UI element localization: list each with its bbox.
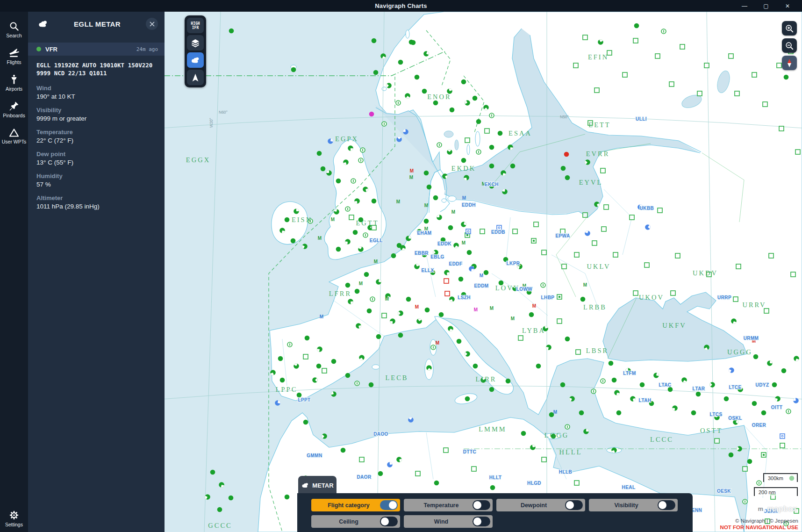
station-marker[interactable] [510, 164, 516, 169]
station-marker[interactable] [565, 424, 570, 429]
station-marker[interactable] [322, 368, 327, 373]
station-marker[interactable] [364, 272, 369, 277]
station-marker[interactable] [669, 82, 674, 86]
station-marker[interactable] [303, 354, 308, 359]
station-marker[interactable] [217, 507, 222, 512]
station-marker[interactable] [697, 91, 702, 96]
map-canvas[interactable]: MMMMMMMMMMMMMMMMMMMMMMMMMM EGGXEGPXENORE… [165, 12, 802, 532]
station-marker[interactable] [764, 309, 769, 313]
station-marker[interactable] [378, 471, 383, 476]
station-marker[interactable] [752, 72, 757, 77]
station-marker[interactable] [580, 297, 586, 302]
station-marker[interactable] [633, 291, 638, 295]
station-marker[interactable] [733, 297, 738, 302]
station-marker[interactable] [489, 164, 494, 169]
station-marker[interactable] [583, 213, 587, 217]
station-marker[interactable] [355, 289, 360, 294]
station-marker[interactable] [668, 387, 673, 392]
station-marker[interactable] [489, 145, 494, 150]
station-marker[interactable] [561, 166, 566, 171]
station-marker[interactable] [398, 60, 403, 65]
mapbox-logo[interactable]: m mapbox [756, 504, 797, 514]
station-marker[interactable] [490, 485, 495, 490]
station-marker[interactable] [658, 208, 662, 213]
sidebar-item-pinboards[interactable]: Pinboards [0, 96, 28, 123]
station-marker[interactable] [229, 496, 234, 501]
station-marker[interactable] [634, 23, 639, 29]
compass-button[interactable] [782, 56, 797, 70]
station-marker[interactable] [542, 457, 546, 462]
station-marker[interactable] [427, 185, 432, 190]
station-marker[interactable] [278, 356, 283, 361]
station-marker[interactable] [437, 143, 442, 147]
station-marker[interactable] [736, 264, 741, 269]
station-marker[interactable] [529, 312, 534, 317]
station-marker[interactable] [786, 409, 791, 414]
station-marker[interactable] [601, 379, 605, 383]
station-marker[interactable] [345, 207, 350, 211]
station-marker[interactable] [779, 126, 784, 131]
station-marker[interactable] [565, 337, 570, 342]
station-marker[interactable] [513, 229, 517, 234]
station-marker[interactable] [715, 439, 719, 443]
toggle-visibility[interactable]: Visibility [589, 499, 678, 511]
station-marker[interactable] [434, 481, 439, 486]
station-marker[interactable] [461, 158, 466, 163]
station-marker[interactable] [780, 434, 785, 439]
station-marker[interactable] [433, 195, 438, 201]
station-marker[interactable] [360, 148, 365, 152]
station-marker[interactable] [781, 368, 787, 374]
station-marker[interactable] [591, 389, 596, 394]
station-marker[interactable] [391, 253, 396, 259]
station-marker[interactable] [424, 171, 429, 176]
close-button[interactable]: ✕ [777, 0, 798, 12]
station-marker[interactable] [735, 91, 739, 96]
station-marker[interactable] [444, 448, 448, 453]
station-marker[interactable] [336, 247, 341, 252]
station-marker[interactable] [761, 453, 766, 457]
zoom-in-button[interactable] [782, 21, 797, 36]
pointer-button[interactable] [187, 70, 204, 85]
station-marker[interactable] [285, 495, 290, 500]
sidebar-item-user-wpts[interactable]: User WPTs [0, 123, 28, 150]
station-marker[interactable] [633, 38, 638, 43]
station-marker[interactable] [485, 129, 489, 133]
station-marker[interactable] [336, 179, 341, 184]
sidebar-item-search[interactable]: Search [0, 16, 28, 43]
station-marker[interactable] [777, 63, 781, 68]
toggle-wind[interactable]: Wind [404, 515, 493, 528]
sidebar-item-flights[interactable]: Flights [0, 43, 28, 70]
station-marker[interactable] [382, 313, 387, 318]
station-marker[interactable] [382, 122, 387, 126]
station-marker[interactable] [602, 227, 606, 231]
station-marker[interactable] [467, 250, 472, 255]
station-marker[interactable] [518, 336, 523, 340]
station-marker[interactable] [287, 342, 292, 347]
station-marker[interactable] [363, 233, 368, 237]
station-marker[interactable] [398, 333, 403, 338]
station-marker[interactable] [422, 89, 427, 94]
station-marker[interactable] [795, 150, 800, 154]
station-marker[interactable] [473, 364, 478, 369]
station-marker[interactable] [691, 410, 696, 416]
station-marker[interactable] [331, 359, 337, 364]
station-marker[interactable] [752, 401, 757, 406]
station-marker[interactable] [557, 295, 562, 299]
station-marker[interactable] [560, 382, 566, 388]
station-marker[interactable] [303, 420, 308, 425]
station-marker[interactable] [601, 168, 605, 173]
station-marker[interactable] [574, 481, 579, 485]
station-marker[interactable] [542, 250, 546, 255]
high-ifr-button[interactable]: HIGH IFR [187, 18, 204, 33]
station-marker[interactable] [424, 219, 429, 224]
station-marker[interactable] [480, 229, 485, 234]
station-marker[interactable] [506, 379, 511, 384]
station-marker[interactable] [476, 119, 481, 124]
zoom-out-button[interactable] [782, 38, 797, 53]
station-marker[interactable] [372, 199, 377, 204]
station-marker[interactable] [476, 150, 481, 154]
station-marker[interactable] [609, 361, 614, 366]
station-marker[interactable] [780, 443, 785, 448]
station-marker[interactable] [358, 158, 363, 163]
station-marker[interactable] [353, 230, 358, 235]
